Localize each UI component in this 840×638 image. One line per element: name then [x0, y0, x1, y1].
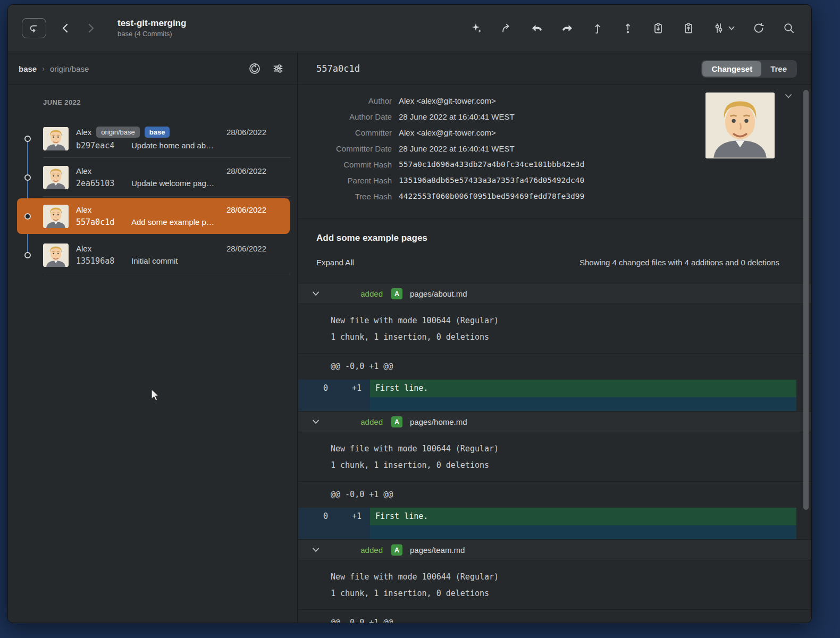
apply-stash-button[interactable]: [682, 22, 695, 35]
chevron-down-icon[interactable]: [312, 545, 320, 554]
file-header[interactable]: added A pages/about.md: [298, 283, 811, 304]
back-button[interactable]: [59, 22, 72, 35]
avatar-dropdown-button[interactable]: [785, 94, 792, 99]
commit-author: Alex: [76, 244, 91, 253]
meta-value: Alex <alex@git-tower.com>: [399, 96, 496, 105]
commit-date: 28/06/2022: [226, 244, 266, 253]
added-badge: A: [391, 288, 402, 299]
commit-button[interactable]: [621, 22, 634, 35]
chevron-down-icon: [785, 94, 792, 99]
breadcrumb-root[interactable]: base: [19, 64, 37, 73]
commit-subject: Update home and ab…: [131, 141, 214, 150]
window-subtitle: base (4 Commits): [117, 29, 186, 39]
push-button[interactable]: [561, 22, 574, 35]
share-button[interactable]: [500, 22, 513, 35]
added-badge: A: [391, 544, 402, 556]
refresh-button[interactable]: [752, 22, 765, 35]
commit-row[interactable]: Alex 28/06/2022 2ea65103 Update welcome …: [8, 158, 297, 197]
fetch-button[interactable]: [591, 22, 604, 35]
arrow-up-dot-icon: [621, 22, 634, 35]
commit-row-selected[interactable]: Alex 28/06/2022 557a0c1d Add some exampl…: [8, 197, 297, 236]
titlebar: test-git-merging base (4 Commits): [8, 5, 811, 52]
filled-arrow-right-icon: [561, 22, 574, 35]
window-title: test-git-merging: [117, 18, 186, 29]
search-icon: [783, 22, 795, 35]
meta-label: Committer: [298, 128, 392, 137]
commit-date: 28/06/2022: [226, 128, 266, 137]
view-options-button[interactable]: [712, 22, 735, 35]
new-line-number: +1: [333, 380, 370, 397]
diff-table: 0 +1 First line.: [298, 380, 796, 411]
app-window: test-git-merging base (4 Commits): [7, 4, 812, 623]
meta-value: 28 June 2022 at 16:40:41 WEST: [399, 144, 515, 153]
chevron-down-icon[interactable]: [312, 417, 320, 426]
history-button[interactable]: [248, 62, 261, 75]
commit-row[interactable]: Alex origin/base base 28/06/2022 b297eac…: [8, 119, 297, 158]
file-status: added: [324, 289, 383, 298]
avatar: [43, 166, 69, 189]
graph-node-icon: [24, 252, 31, 258]
expand-all-button[interactable]: Expand All: [316, 258, 354, 267]
avatar: [43, 205, 69, 228]
chevron-right-icon: [85, 22, 97, 35]
scrollbar-thumb[interactable]: [803, 90, 809, 510]
tab-tree[interactable]: Tree: [761, 61, 796, 77]
breadcrumb-current[interactable]: origin/base: [50, 64, 89, 73]
graph-node-icon: [24, 136, 31, 142]
meta-label: Author Date: [298, 112, 392, 121]
diff-filler-row: [298, 397, 796, 411]
selected-commit-hash: 557a0c1d: [316, 63, 360, 74]
quick-actions-button[interactable]: [470, 22, 483, 35]
commit-date: 28/06/2022: [226, 166, 266, 175]
commit-row[interactable]: Alex 28/06/2022 135196a8 Initial commit: [8, 236, 297, 274]
commit-list: JUNE 2022 Alex origin/base base 28/06/20…: [8, 85, 297, 274]
file-chunk-info: 1 chunk, 1 insertion, 0 deletions: [331, 585, 811, 602]
month-section-label: JUNE 2022: [8, 85, 297, 119]
file-path: pages/about.md: [410, 289, 467, 298]
diff-added-line[interactable]: 0 +1 First line.: [298, 508, 796, 525]
view-toggle: Changeset Tree: [701, 60, 797, 78]
filled-arrow-left-icon: [531, 22, 543, 35]
tab-changeset[interactable]: Changeset: [702, 61, 761, 77]
diff-line-text: First line.: [370, 508, 796, 525]
file-header[interactable]: added A pages/home.md: [298, 411, 811, 432]
commit-subject: Initial commit: [131, 256, 178, 266]
pull-button[interactable]: [531, 22, 543, 35]
changes-summary: Showing 4 changed files with 4 additions…: [579, 258, 779, 267]
file-mode-info: New file with mode 100644 (Regular): [331, 313, 811, 329]
search-button[interactable]: [783, 22, 795, 35]
filter-button[interactable]: [272, 62, 284, 75]
remote-branch-badge[interactable]: origin/base: [96, 127, 140, 138]
avatar: [43, 127, 69, 150]
file-path: pages/home.md: [410, 417, 467, 426]
file-diff-section: added A pages/team.md New file with mode…: [298, 539, 811, 623]
clipboard-down-icon: [652, 22, 665, 35]
hunk-header: @@ -0,0 +1 @@: [298, 610, 811, 623]
file-status: added: [324, 545, 383, 555]
commit-date: 28/06/2022: [226, 205, 266, 214]
hunk-header: @@ -0,0 +1 @@: [298, 354, 811, 380]
graph-node-icon: [24, 213, 31, 220]
commit-short-hash: 135196a8: [76, 256, 131, 266]
file-header[interactable]: added A pages/team.md: [298, 539, 811, 560]
working-copy-icon[interactable]: [22, 18, 46, 38]
added-badge: A: [391, 416, 402, 427]
meta-label: Tree Hash: [298, 192, 392, 201]
chevron-down-icon[interactable]: [312, 289, 320, 298]
forward-button[interactable]: [85, 22, 97, 35]
commit-message-title: Add some example pages: [316, 233, 779, 244]
meta-label: Author: [298, 96, 392, 105]
commit-author: Alex: [76, 128, 91, 137]
meta-label: Parent Hash: [298, 176, 392, 185]
diff-line-text: First line.: [370, 380, 796, 397]
stash-button[interactable]: [652, 22, 665, 35]
diff-added-line[interactable]: 0 +1 First line.: [298, 380, 796, 397]
local-branch-badge[interactable]: base: [145, 127, 170, 138]
hunk-header: @@ -0,0 +1 @@: [298, 482, 811, 508]
old-line-number: 0: [298, 380, 333, 397]
refresh-icon: [752, 22, 765, 35]
commit-subject: Add some example p…: [131, 217, 214, 227]
filter-sliders-icon: [272, 62, 284, 75]
file-status: added: [324, 417, 383, 426]
file-mode-info: New file with mode 100644 (Regular): [331, 569, 811, 585]
